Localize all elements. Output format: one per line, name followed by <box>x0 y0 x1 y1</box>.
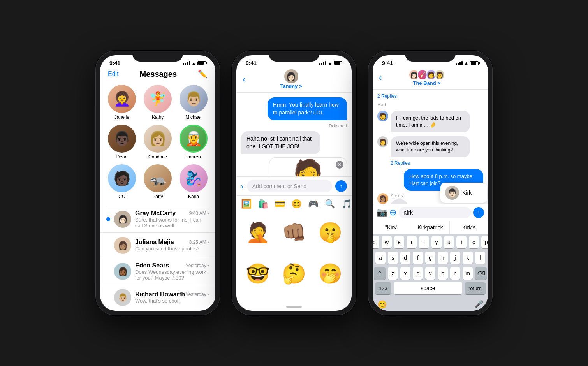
emoji-button[interactable]: 😊 <box>377 300 387 309</box>
signal-2 <box>319 61 326 65</box>
contact-michael[interactable]: 👨🏼 Michael <box>178 85 209 120</box>
close-sticker-button[interactable]: ✕ <box>336 161 343 169</box>
bubble-out-1: Hmm. You finally learn how to parallel p… <box>268 97 347 120</box>
sticker-3[interactable]: 🤫 <box>314 217 347 248</box>
key-f[interactable]: f <box>413 252 423 264</box>
key-w[interactable]: w <box>382 236 392 248</box>
key-b[interactable]: b <box>438 267 448 280</box>
search-app-icon[interactable]: 🔍 <box>325 199 335 209</box>
expand-icon[interactable]: › <box>241 182 244 191</box>
sticker-2[interactable]: 👊🏽 <box>277 217 310 248</box>
message-row-richard[interactable]: 👨🏼 Richard Howarth Yesterday › Wow, that… <box>100 285 215 310</box>
sticker-6[interactable]: 🤭 <box>314 258 347 289</box>
contact-dean[interactable]: 👨🏿 Dean <box>106 125 137 160</box>
key-t[interactable]: t <box>419 236 429 248</box>
gray-msg-row: 👩 We're wide open this evening, what tim… <box>377 136 483 157</box>
key-n[interactable]: n <box>450 267 460 280</box>
message-row-eden[interactable]: 👩🏾 Eden Sears Yesterday › Does Wednesday… <box>100 258 215 285</box>
message-row-gray[interactable]: 👩🏻 Gray McCarty 9:40 AM › Sure, that wor… <box>100 206 215 233</box>
contact-janelle[interactable]: 👩‍🦱 Janelle <box>106 85 137 120</box>
chat-input-area: › Add comment or Send ↑ <box>236 176 352 195</box>
msg-time-juliana: 8:25 AM › <box>189 239 209 245</box>
photos-app-icon[interactable]: 🖼️ <box>241 199 252 209</box>
autocomplete-kirks[interactable]: Kirk's <box>450 221 488 234</box>
key-x[interactable]: x <box>400 267 410 280</box>
edit-button[interactable]: Edit <box>108 70 119 77</box>
message-row-juliana[interactable]: 👩🏽 Juliana Mejia 8:25 AM › Can you send … <box>100 233 215 258</box>
avatar-alexis: 👩🏽 <box>377 193 388 204</box>
sticker-5[interactable]: 🤔 <box>277 258 310 289</box>
message-input-2[interactable]: Add comment or Send <box>247 180 332 192</box>
music-icon[interactable]: 🎵 <box>342 199 352 209</box>
contact-candace[interactable]: 👩🏼 Candace <box>142 125 173 160</box>
appstore-icon[interactable]: 🛍️ <box>258 199 268 209</box>
key-j[interactable]: j <box>450 252 460 264</box>
back-button-3[interactable]: ‹ <box>379 73 382 83</box>
avatar-gray2: 👩 <box>377 136 388 147</box>
key-h[interactable]: h <box>438 252 448 264</box>
key-s[interactable]: s <box>388 252 398 264</box>
status-icons-2: ▲ <box>319 61 342 65</box>
key-r[interactable]: r <box>407 236 417 248</box>
contact-karla[interactable]: 🧞‍♀️ Karla <box>178 164 209 199</box>
chat-header-tammy: ‹ 👩🏻 Tammy > <box>236 68 352 93</box>
autocomplete-kirkpatrick[interactable]: Kirkpatrick <box>411 221 450 234</box>
contact-name-patty: Patty <box>152 194 163 199</box>
key-d[interactable]: d <box>400 252 410 264</box>
apps-icon[interactable]: ⊕ <box>389 208 396 218</box>
group-send-button[interactable]: ↑ <box>473 207 484 218</box>
camera-icon[interactable]: 📷 <box>377 208 387 218</box>
key-g[interactable]: g <box>425 252 435 264</box>
mic-button[interactable]: 🎤 <box>475 300 483 309</box>
key-l[interactable]: l <box>475 252 485 264</box>
key-return[interactable]: return <box>465 282 486 294</box>
applepay-icon[interactable]: 💳 <box>275 199 285 209</box>
memoji-icon[interactable]: 😊 <box>291 199 302 209</box>
key-v[interactable]: v <box>425 267 435 280</box>
key-m[interactable]: m <box>463 267 473 280</box>
hart-message-row: 🧑 If I can get the kids to bed on time, … <box>377 111 483 132</box>
contact-lauren[interactable]: 🧝 Lauren <box>178 125 209 160</box>
contact-kathy[interactable]: 🧚 Kathy <box>142 85 173 120</box>
key-p[interactable]: p <box>481 236 488 248</box>
autocomplete-kirk-quoted[interactable]: "Kirk" <box>373 221 411 234</box>
compose-button[interactable]: ✏️ <box>198 69 208 79</box>
key-delete[interactable]: ⌫ <box>475 267 487 280</box>
key-k[interactable]: k <box>463 252 473 264</box>
msg-preview-gray: Sure, that works for me. I can call Stev… <box>135 217 209 229</box>
sticker-1[interactable]: 🤦 <box>241 217 274 248</box>
gamepigeon-icon[interactable]: 🎮 <box>308 199 319 209</box>
contact-name-tammy[interactable]: Tammy > <box>280 83 302 89</box>
back-button-2[interactable]: ‹ <box>243 74 245 84</box>
sticker-4[interactable]: 🤓 <box>241 258 274 289</box>
send-button-2[interactable]: ↑ <box>335 180 347 192</box>
key-e[interactable]: e <box>394 236 404 248</box>
group-message-input[interactable]: Kirk <box>399 207 471 218</box>
replies-link-1[interactable]: 2 Replies <box>377 93 483 99</box>
contact-cc[interactable]: 🧑🏿 CC <box>106 164 137 199</box>
avatar-michael: 👨🏼 <box>180 85 208 113</box>
key-i[interactable]: i <box>456 236 467 248</box>
key-c[interactable]: c <box>413 267 423 280</box>
wifi-icon-3: ▲ <box>464 61 468 65</box>
key-shift[interactable]: ⇧ <box>374 267 386 280</box>
contact-patty[interactable]: 🦡 Patty <box>142 164 173 199</box>
group-name[interactable]: The Band > <box>413 80 440 86</box>
message-list[interactable]: 👩🏻 Gray McCarty 9:40 AM › Sure, that wor… <box>100 206 215 311</box>
key-a[interactable]: a <box>375 252 386 264</box>
key-y[interactable]: y <box>431 236 442 248</box>
avatar-karla: 🧞‍♀️ <box>180 164 208 192</box>
battery-3 <box>470 61 479 65</box>
contacts-grid: 👩‍🦱 Janelle 🧚 Kathy 👨🏼 Michael 👨🏿 Dean 👩 <box>100 82 215 206</box>
key-o[interactable]: o <box>469 236 479 248</box>
avatar-dean: 👨🏿 <box>108 125 136 153</box>
msg-name-juliana: Juliana Mejia <box>135 239 174 246</box>
key-z[interactable]: z <box>388 267 398 280</box>
key-space[interactable]: space <box>394 282 462 294</box>
key-123[interactable]: 123 <box>375 282 391 294</box>
contact-name-lauren: Lauren <box>186 154 201 160</box>
key-q[interactable]: q <box>373 236 379 248</box>
mention-popup[interactable]: 👨🏻 Kirk <box>440 183 487 203</box>
key-u[interactable]: u <box>444 236 454 248</box>
replies-link-2[interactable]: 2 Replies <box>377 160 483 166</box>
